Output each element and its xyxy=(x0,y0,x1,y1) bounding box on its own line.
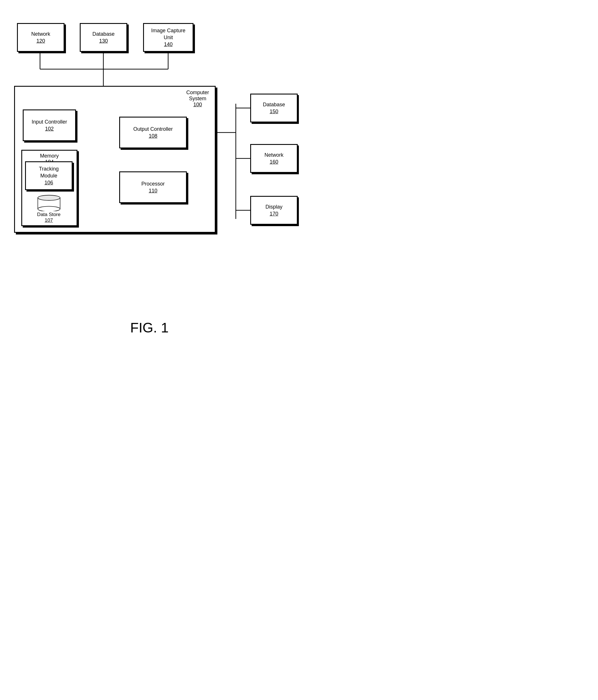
svg-point-17 xyxy=(38,195,60,200)
diagram: Network 120 Database 130 Image CaptureUn… xyxy=(5,9,293,311)
network-120-box: Network 120 xyxy=(17,23,64,52)
tracking-module-106-label: TrackingModule xyxy=(39,166,58,179)
data-store-107-label: Data Store xyxy=(37,212,60,217)
svg-point-16 xyxy=(38,206,60,211)
display-170-box: Display 170 xyxy=(250,196,298,225)
processor-110-label: Processor xyxy=(141,181,165,187)
processor-110-box: Processor 110 xyxy=(119,171,187,203)
fig-label-text: FIG. 1 xyxy=(130,320,168,335)
network-160-ref: 160 xyxy=(269,159,278,165)
database-150-box: Database 150 xyxy=(250,94,298,122)
database-130-ref: 130 xyxy=(99,38,108,44)
output-controller-108-label: Output Controller xyxy=(133,126,173,132)
figure-label: FIG. 1 xyxy=(0,320,299,335)
image-capture-140-label: Image CaptureUnit xyxy=(151,27,185,41)
display-170-label: Display xyxy=(265,204,282,210)
image-capture-140-box: Image CaptureUnit 140 xyxy=(143,23,193,52)
input-controller-102-box: Input Controller 102 xyxy=(23,109,76,141)
input-controller-102-label: Input Controller xyxy=(32,119,67,125)
network-160-box: Network 160 xyxy=(250,144,298,173)
image-capture-140-ref: 140 xyxy=(164,42,173,48)
data-store-107-ref: 107 xyxy=(45,218,53,223)
database-130-label: Database xyxy=(93,31,114,38)
computer-system-label: ComputerSystem xyxy=(186,90,209,101)
tracking-module-106-ref: 106 xyxy=(44,180,53,186)
display-170-ref: 170 xyxy=(269,211,278,217)
processor-110-ref: 110 xyxy=(149,188,157,194)
computer-system-ref: 100 xyxy=(193,102,202,107)
memory-104-label: Memory xyxy=(40,153,59,159)
output-controller-108-box: Output Controller 108 xyxy=(119,117,187,148)
tracking-module-106-box: TrackingModule 106 xyxy=(25,161,73,190)
database-130-box: Database 130 xyxy=(80,23,127,52)
database-150-label: Database xyxy=(263,101,285,108)
output-controller-108-ref: 108 xyxy=(149,133,157,139)
network-160-label: Network xyxy=(264,152,283,158)
database-150-ref: 150 xyxy=(269,108,278,115)
data-store-107-wrap: Data Store 107 xyxy=(28,195,70,223)
network-120-label: Network xyxy=(31,31,50,38)
network-120-ref: 120 xyxy=(36,38,45,44)
input-controller-102-ref: 102 xyxy=(45,126,54,132)
